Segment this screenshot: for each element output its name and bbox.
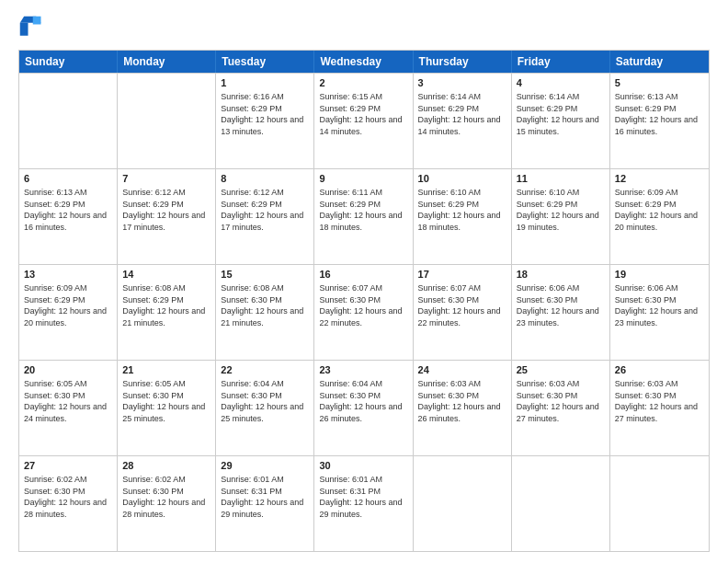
sun-info: Sunrise: 6:03 AM Sunset: 6:30 PM Dayligh… — [615, 379, 700, 423]
sun-info: Sunrise: 6:14 AM Sunset: 6:29 PM Dayligh… — [517, 92, 602, 136]
day-cell-5: 5Sunrise: 6:13 AM Sunset: 6:29 PM Daylig… — [610, 74, 709, 168]
sun-info: Sunrise: 6:09 AM Sunset: 6:29 PM Dayligh… — [615, 188, 700, 232]
svg-rect-0 — [20, 23, 28, 36]
sun-info: Sunrise: 6:10 AM Sunset: 6:29 PM Dayligh… — [517, 188, 602, 232]
day-cell-20: 20Sunrise: 6:05 AM Sunset: 6:30 PM Dayli… — [19, 361, 118, 455]
day-cell-12: 12Sunrise: 6:09 AM Sunset: 6:29 PM Dayli… — [610, 169, 709, 264]
sun-info: Sunrise: 6:08 AM Sunset: 6:30 PM Dayligh… — [221, 283, 306, 327]
page-header — [18, 15, 710, 40]
day-cell-26: 26Sunrise: 6:03 AM Sunset: 6:30 PM Dayli… — [610, 361, 709, 455]
week-row-4: 20Sunrise: 6:05 AM Sunset: 6:30 PM Dayli… — [19, 360, 709, 455]
week-row-5: 27Sunrise: 6:02 AM Sunset: 6:30 PM Dayli… — [19, 455, 709, 551]
day-number: 10 — [418, 172, 506, 186]
empty-cell — [118, 74, 216, 168]
day-cell-14: 14Sunrise: 6:08 AM Sunset: 6:29 PM Dayli… — [118, 265, 216, 360]
day-cell-29: 29Sunrise: 6:01 AM Sunset: 6:31 PM Dayli… — [216, 456, 314, 551]
day-number: 26 — [615, 363, 704, 377]
empty-cell — [414, 456, 512, 551]
day-number: 28 — [122, 459, 210, 473]
day-cell-6: 6Sunrise: 6:13 AM Sunset: 6:29 PM Daylig… — [19, 169, 118, 264]
day-number: 22 — [221, 363, 309, 377]
weekday-header-monday: Monday — [118, 51, 216, 73]
logo-icon — [18, 15, 44, 40]
day-number: 7 — [122, 172, 210, 186]
day-number: 14 — [122, 268, 210, 282]
weekday-header-thursday: Thursday — [414, 51, 512, 73]
day-cell-23: 23Sunrise: 6:04 AM Sunset: 6:30 PM Dayli… — [314, 361, 413, 455]
sun-info: Sunrise: 6:06 AM Sunset: 6:30 PM Dayligh… — [517, 283, 602, 327]
day-number: 24 — [418, 363, 506, 377]
sun-info: Sunrise: 6:02 AM Sunset: 6:30 PM Dayligh… — [24, 475, 109, 519]
sun-info: Sunrise: 6:06 AM Sunset: 6:30 PM Dayligh… — [615, 283, 700, 327]
day-number: 27 — [24, 459, 112, 473]
sun-info: Sunrise: 6:05 AM Sunset: 6:30 PM Dayligh… — [24, 379, 109, 423]
day-cell-16: 16Sunrise: 6:07 AM Sunset: 6:30 PM Dayli… — [314, 265, 413, 360]
sun-info: Sunrise: 6:08 AM Sunset: 6:29 PM Dayligh… — [122, 283, 208, 327]
sun-info: Sunrise: 6:04 AM Sunset: 6:30 PM Dayligh… — [221, 379, 306, 423]
day-number: 12 — [615, 172, 704, 186]
day-number: 5 — [615, 76, 704, 90]
day-cell-15: 15Sunrise: 6:08 AM Sunset: 6:30 PM Dayli… — [216, 265, 314, 360]
day-cell-1: 1Sunrise: 6:16 AM Sunset: 6:29 PM Daylig… — [216, 74, 314, 168]
day-number: 1 — [221, 76, 309, 90]
svg-marker-2 — [33, 17, 41, 25]
weekday-header-sunday: Sunday — [19, 51, 118, 73]
day-number: 3 — [418, 76, 506, 90]
day-number: 29 — [221, 459, 309, 473]
calendar-body: 1Sunrise: 6:16 AM Sunset: 6:29 PM Daylig… — [19, 73, 709, 551]
day-cell-28: 28Sunrise: 6:02 AM Sunset: 6:30 PM Dayli… — [118, 456, 216, 551]
week-row-3: 13Sunrise: 6:09 AM Sunset: 6:29 PM Dayli… — [19, 264, 709, 360]
weekday-header-tuesday: Tuesday — [216, 51, 314, 73]
sun-info: Sunrise: 6:12 AM Sunset: 6:29 PM Dayligh… — [221, 188, 306, 232]
day-number: 20 — [24, 363, 112, 377]
day-number: 25 — [517, 363, 605, 377]
sun-info: Sunrise: 6:01 AM Sunset: 6:31 PM Dayligh… — [319, 475, 404, 519]
day-number: 30 — [319, 459, 407, 473]
day-number: 6 — [24, 172, 112, 186]
day-cell-8: 8Sunrise: 6:12 AM Sunset: 6:29 PM Daylig… — [216, 169, 314, 264]
sun-info: Sunrise: 6:03 AM Sunset: 6:30 PM Dayligh… — [418, 379, 504, 423]
sun-info: Sunrise: 6:16 AM Sunset: 6:29 PM Dayligh… — [221, 92, 306, 136]
day-number: 4 — [517, 76, 605, 90]
weekday-header-wednesday: Wednesday — [314, 51, 413, 73]
day-cell-19: 19Sunrise: 6:06 AM Sunset: 6:30 PM Dayli… — [610, 265, 709, 360]
day-number: 9 — [319, 172, 407, 186]
day-number: 23 — [319, 363, 407, 377]
day-cell-27: 27Sunrise: 6:02 AM Sunset: 6:30 PM Dayli… — [19, 456, 118, 551]
day-cell-4: 4Sunrise: 6:14 AM Sunset: 6:29 PM Daylig… — [512, 74, 610, 168]
week-row-1: 1Sunrise: 6:16 AM Sunset: 6:29 PM Daylig… — [19, 73, 709, 168]
day-cell-21: 21Sunrise: 6:05 AM Sunset: 6:30 PM Dayli… — [118, 361, 216, 455]
day-number: 8 — [221, 172, 309, 186]
sun-info: Sunrise: 6:03 AM Sunset: 6:30 PM Dayligh… — [517, 379, 602, 423]
weekday-header-saturday: Saturday — [610, 51, 709, 73]
calendar: SundayMondayTuesdayWednesdayThursdayFrid… — [18, 50, 710, 552]
day-cell-17: 17Sunrise: 6:07 AM Sunset: 6:30 PM Dayli… — [414, 265, 512, 360]
sun-info: Sunrise: 6:07 AM Sunset: 6:30 PM Dayligh… — [319, 283, 404, 327]
sun-info: Sunrise: 6:11 AM Sunset: 6:29 PM Dayligh… — [319, 188, 404, 232]
weekday-header-friday: Friday — [512, 51, 610, 73]
sun-info: Sunrise: 6:02 AM Sunset: 6:30 PM Dayligh… — [122, 475, 208, 519]
sun-info: Sunrise: 6:13 AM Sunset: 6:29 PM Dayligh… — [24, 188, 109, 232]
day-number: 15 — [221, 268, 309, 282]
day-cell-2: 2Sunrise: 6:15 AM Sunset: 6:29 PM Daylig… — [314, 74, 413, 168]
day-number: 13 — [24, 268, 112, 282]
day-cell-11: 11Sunrise: 6:10 AM Sunset: 6:29 PM Dayli… — [512, 169, 610, 264]
sun-info: Sunrise: 6:04 AM Sunset: 6:30 PM Dayligh… — [319, 379, 404, 423]
calendar-header-row: SundayMondayTuesdayWednesdayThursdayFrid… — [19, 51, 709, 73]
sun-info: Sunrise: 6:13 AM Sunset: 6:29 PM Dayligh… — [615, 92, 700, 136]
sun-info: Sunrise: 6:07 AM Sunset: 6:30 PM Dayligh… — [418, 283, 504, 327]
logo — [18, 15, 46, 40]
week-row-2: 6Sunrise: 6:13 AM Sunset: 6:29 PM Daylig… — [19, 168, 709, 264]
sun-info: Sunrise: 6:01 AM Sunset: 6:31 PM Dayligh… — [221, 475, 306, 519]
day-cell-3: 3Sunrise: 6:14 AM Sunset: 6:29 PM Daylig… — [414, 74, 512, 168]
day-number: 2 — [319, 76, 407, 90]
day-number: 18 — [517, 268, 605, 282]
empty-cell — [512, 456, 610, 551]
day-number: 11 — [517, 172, 605, 186]
day-cell-13: 13Sunrise: 6:09 AM Sunset: 6:29 PM Dayli… — [19, 265, 118, 360]
day-number: 21 — [122, 363, 210, 377]
day-cell-22: 22Sunrise: 6:04 AM Sunset: 6:30 PM Dayli… — [216, 361, 314, 455]
empty-cell — [19, 74, 118, 168]
empty-cell — [610, 456, 709, 551]
day-number: 19 — [615, 268, 704, 282]
